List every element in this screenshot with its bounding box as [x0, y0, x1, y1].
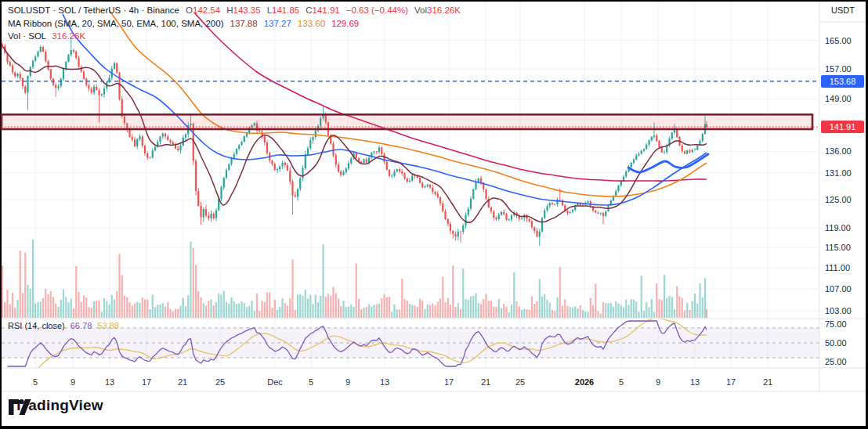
rsi-label: RSI (14, close): [8, 321, 65, 330]
price-tick: 165.00: [825, 36, 852, 45]
price-tick: 111.00: [825, 263, 850, 272]
time-tick: 2026: [575, 377, 594, 387]
time-tick: 13: [380, 377, 389, 387]
legend-line-1[interactable]: SOLUSDT · SOL / TetherUS · 4h · BinanceO…: [8, 4, 461, 17]
ohlc-value: 141.85: [272, 5, 299, 15]
rsi-legend[interactable]: RSI (14, close)66.7853.88: [8, 321, 119, 330]
ohlc-key: O: [186, 5, 193, 15]
chart-canvas[interactable]: [0, 0, 868, 429]
time-tick: 9: [656, 377, 660, 387]
legend-line-3[interactable]: Vol · SOL316.26K: [8, 30, 461, 43]
time-tick: 9: [345, 377, 350, 387]
price-tick: 103.00: [825, 306, 852, 315]
price-tick: 125.00: [825, 195, 852, 204]
time-tick: 5: [309, 377, 313, 387]
price-tick: 119.00: [825, 223, 851, 233]
tradingview-logo-icon[interactable]: [8, 397, 31, 417]
ma-value: 137.88: [230, 19, 257, 28]
rsi-tick: 25.00: [825, 357, 847, 366]
rsi-tick: 50.00: [825, 338, 847, 348]
time-tick: 17: [444, 377, 454, 387]
ohlc-value: 141.91: [313, 5, 340, 15]
time-tick: 13: [690, 377, 700, 387]
price-tick: 157.00: [825, 64, 852, 74]
time-tick: 5: [33, 377, 38, 387]
time-tick: 13: [105, 377, 114, 387]
volume-indicator-value: 316.26K: [52, 31, 85, 41]
price-tick: 131.00: [825, 168, 852, 178]
time-tick: 21: [178, 377, 187, 387]
price-tick: 107.00: [825, 284, 852, 294]
vol-label: Vol: [414, 5, 427, 15]
ma-ribbon-values: 137.88137.27133.60129.69: [223, 19, 359, 28]
footer: TradingView: [8, 397, 103, 414]
rsi-ma-value: 53.88: [97, 321, 119, 330]
time-tick: 21: [763, 377, 772, 387]
symbol-title: SOLUSDT · SOL / TetherUS · 4h · Binance: [8, 5, 179, 15]
vol-value: 316.26K: [427, 5, 461, 15]
price-badge: 153.68: [821, 75, 864, 88]
ohlc-value: 143.35: [233, 5, 260, 15]
time-tick: 17: [726, 377, 736, 387]
rsi-value: 66.78: [71, 321, 92, 330]
time-tick: 17: [142, 377, 151, 387]
time-tick: 25: [215, 377, 225, 387]
ma-ribbon-label: MA Ribbon (SMA, 20, SMA, 50, EMA, 100, S…: [8, 19, 223, 28]
ma-value: 133.60: [298, 19, 325, 28]
volume-indicator-label: Vol · SOL: [8, 31, 46, 41]
price-badge: 141.91: [821, 121, 864, 133]
ohlc-value: 142.54: [193, 5, 220, 15]
price-axis-currency[interactable]: USDT: [820, 5, 866, 15]
price-tick: 115.00: [825, 243, 851, 252]
ohlc-values: O142.54H143.35L141.85C141.91: [179, 5, 340, 15]
time-tick: 25: [515, 377, 525, 387]
price-tick: 136.00: [825, 146, 852, 156]
symbol-legend: SOLUSDT · SOL / TetherUS · 4h · BinanceO…: [8, 4, 461, 43]
time-tick: 5: [619, 377, 624, 387]
change-value: −0.63 (−0.44%): [346, 5, 408, 15]
ma-value: 137.27: [264, 19, 291, 28]
time-tick: Dec: [267, 377, 283, 387]
price-tick: 149.00: [825, 94, 852, 103]
time-tick: 21: [481, 377, 490, 387]
ma-value: 129.69: [331, 19, 359, 28]
legend-line-2[interactable]: MA Ribbon (SMA, 20, SMA, 50, EMA, 100, S…: [8, 17, 461, 31]
time-tick: 9: [71, 377, 75, 387]
rsi-tick: 75.00: [825, 319, 847, 329]
ohlc-key: C: [306, 5, 312, 15]
